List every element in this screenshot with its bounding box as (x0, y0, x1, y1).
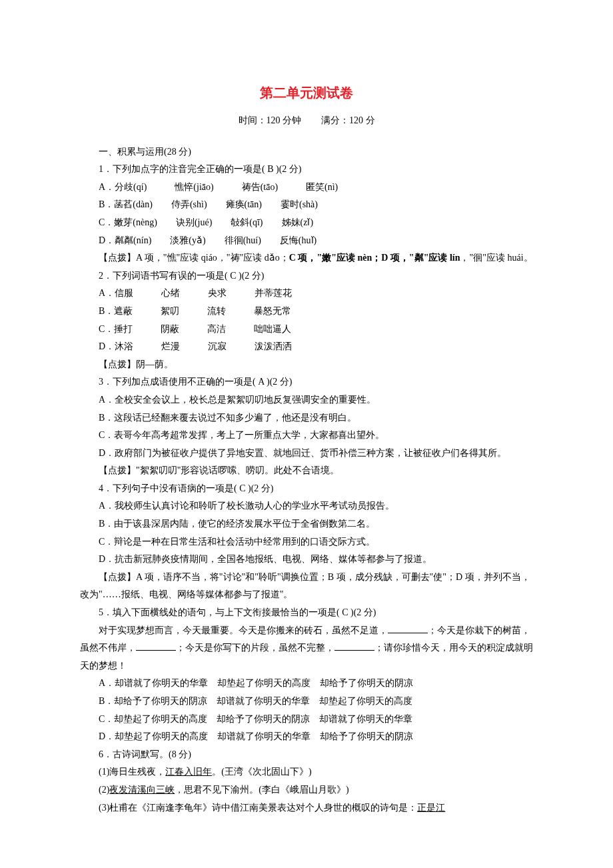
q6-stem: 6．古诗词默写。(8 分) (80, 746, 533, 764)
section1-heading: 一、积累与运用(28 分) (80, 143, 533, 161)
q4-hint: 【点拨】A 项，语序不当，将"讨论"和"聆听"调换位置；B 项，成分残缺，可删去… (80, 569, 533, 604)
q4-stem: 4．下列句子中没有语病的一项是( C )(2 分) (80, 480, 533, 498)
blank-1 (388, 623, 428, 633)
q2-optA: A．信服 心绪 央求 并蒂莲花 (80, 285, 533, 303)
q6-l1c: 。(王湾《次北固山下》) (212, 767, 311, 777)
q6-line3: (3)杜甫在《江南逢李龟年》诗中借江南美景表达对个人身世的概叹的诗句是：正是江 (80, 799, 533, 817)
q2-stem: 2．下列词语书写有误的一项是( C )(2 分) (80, 267, 533, 285)
q6-l2c: ，思君不见下渝州。(李白《峨眉山月歌》) (175, 785, 348, 795)
score-info: 满分：120 分 (321, 115, 375, 125)
q2-hint: 【点拨】阴—荫。 (80, 356, 533, 374)
q5-stem: 5．填入下面横线处的语句，与上下文衔接最恰当的一项是( C )(2 分) (80, 604, 533, 622)
q6-l3b: 正是江 (417, 803, 445, 813)
q2-optC: C．捶打 阴蔽 高洁 咄咄逼人 (80, 321, 533, 339)
q3-hint: 【点拨】"絮絮叨叨"形容说话啰嗦、唠叨。此处不合语境。 (80, 462, 533, 480)
q1-optC: C．嫩芽(nèng) 诀别(jué) 敧斜(qī) 姊妹(zǐ) (80, 214, 533, 232)
q5-optB: B．却给予了你明天的阴凉 却谱就了你明天的华章 却垫起了你明天的高度 (80, 693, 533, 711)
q6-l1a: (1)海日生残夜， (99, 767, 165, 777)
q5-optC: C．却垫起了你明天的高度 却给予了你明天的阴凉 却谱就了你明天的华章 (80, 711, 533, 729)
blank-3 (334, 641, 374, 651)
q1-hint-bold: C 项，"嫩"应读 nèn；D 项，"粼"应读 lín (289, 253, 460, 263)
doc-subtitle: 时间：120 分钟满分：120 分 (80, 112, 533, 130)
q5-optA: A．却谱就了你明天的华章 却垫起了你明天的高度 却给予了你明天的阴凉 (80, 675, 533, 693)
q2-optD: D．沐浴 烂漫 沉寂 泼泼洒洒 (80, 338, 533, 356)
q3-optB: B．这段话已经翻来覆去说过不知多少遍了，他还是没有明白。 (80, 409, 533, 427)
blank-2 (136, 641, 176, 651)
time-info: 时间：120 分钟 (239, 115, 302, 125)
q4-optA: A．我校师生认真讨论和聆听了校长激动人心的学业水平考试动员报告。 (80, 497, 533, 515)
q1-optB: B．菡萏(dàn) 侍弄(shì) 瘫痪(tān) 霎时(shà) (80, 196, 533, 214)
q6-line2: (2)夜发清溪向三峡，思君不见下渝州。(李白《峨眉山月歌》) (80, 781, 533, 799)
q2-optB: B．遮蔽 絮叨 流转 暴怒无常 (80, 303, 533, 321)
q6-l2a: (2) (99, 785, 109, 795)
q1-stem: 1．下列加点字的注音完全正确的一项是( B )(2 分) (80, 161, 533, 179)
q5-passage: 对于实现梦想而言，今天最重要。今天是你搬来的砖石，虽然不足道，；今天是你栽下的树… (80, 622, 533, 675)
q5-p3: ；今天是你写下的片段，虽然不完整， (176, 643, 334, 653)
q3-stem: 3．下列加点成语使用不正确的一项是( A )(2 分) (80, 373, 533, 391)
q5-optD: D．却垫起了你明天的高度 却谱就了你明天的华章 却给予了你明天的阴凉 (80, 728, 533, 746)
doc-title: 第二单元测试卷 (80, 80, 533, 105)
q3-optD: D．政府部门为被征收户提供了异地安置、就地回迁、货币补偿三种方案，让被征收户们各… (80, 445, 533, 463)
q1-optD: D．粼粼(nín) 淡雅(yǎ) 徘徊(huí) 反悔(huǐ) (80, 232, 533, 250)
q4-optC: C．辩论是一种在日常生活和社会活动中经常用到的口语交际方式。 (80, 533, 533, 551)
q3-optA: A．全校安全会议上，校长总是絮絮叨叨地反复强调安全的重要性。 (80, 391, 533, 409)
q6-l2b: 夜发清溪向三峡 (109, 785, 175, 795)
q4-optD: D．抗击新冠肺炎疫情期间，全国各地报纸、电视、网络、媒体等都参与了报道。 (80, 551, 533, 569)
q1-hint: 【点拨】A 项，"憔"应读 qiáo，"祷"应读 dǎo；C 项，"嫩"应读 n… (80, 249, 533, 267)
q1-optA: A．分歧(qí) 憔悴(jiāo) 祷告(tāo) 匿笑(nì) (80, 179, 533, 197)
q6-l1b: 江春入旧年 (165, 767, 212, 777)
q5-p1: 对于实现梦想而言，今天最重要。今天是你搬来的砖石，虽然不足道， (99, 625, 388, 635)
q4-optB: B．由于该县深居内陆，使它的经济发展水平位于全省倒数第二名。 (80, 515, 533, 533)
q1-hint-prefix: 【点拨】A 项，"憔"应读 qiáo，"祷"应读 dǎo； (99, 253, 289, 263)
q1-hint-suffix: ，"徊"应读 huái。 (460, 253, 532, 263)
q3-optC: C．表哥今年高考超常发挥，考上了一所重点大学，大家都喜出望外。 (80, 427, 533, 445)
q6-line1: (1)海日生残夜，江春入旧年。(王湾《次北固山下》) (80, 763, 533, 781)
q6-l3a: (3)杜甫在《江南逢李龟年》诗中借江南美景表达对个人身世的概叹的诗句是： (99, 803, 417, 813)
